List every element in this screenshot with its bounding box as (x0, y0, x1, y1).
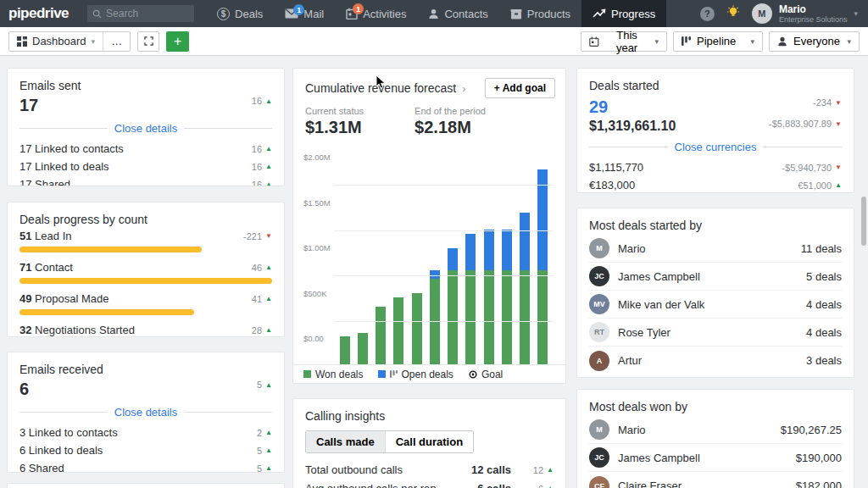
person-icon (777, 36, 787, 47)
forecast-plot (334, 180, 554, 367)
progress-bar (19, 278, 272, 284)
chevron-down-icon: ▾ (92, 37, 96, 46)
stage-row: 71 Contact 46▲ (8, 258, 284, 284)
dashboard-button-group: Dashboard ▾ … (8, 31, 131, 52)
won-deals-segment (376, 307, 386, 367)
pipeline-filter[interactable]: Pipeline ▾ (673, 31, 763, 52)
dollar-icon: $ (217, 8, 230, 20)
help-icon[interactable]: ? (700, 7, 715, 21)
emails-received-total: 6 (19, 380, 29, 399)
calendar-icon (589, 36, 599, 47)
owner-filter[interactable]: Everyone ▾ (769, 31, 860, 52)
pipeline-icon (390, 370, 398, 379)
up-arrow-icon: ▲ (265, 295, 272, 302)
nav-items: $ Deals 1 Mail 1 Activities Contacts (206, 0, 666, 27)
bar-may[interactable] (408, 293, 426, 367)
up-arrow-icon: ▲ (265, 97, 272, 105)
nav-item-progress[interactable]: Progress (581, 0, 666, 27)
stat-row: 3 Linked to contacts 2▲ (8, 424, 284, 441)
bar-jun[interactable] (426, 270, 443, 367)
down-arrow-icon: ▼ (265, 232, 272, 240)
won-deals-segment (393, 297, 403, 367)
y-tick-label: $500K (303, 289, 326, 298)
won-deals-segment (537, 270, 548, 367)
search-input[interactable] (106, 8, 182, 19)
panel-title: Cumulative revenue forecast (305, 81, 456, 95)
down-arrow-icon: ▼ (835, 120, 842, 128)
scrollbar-thumb[interactable] (861, 197, 866, 246)
deals-started-value: $1,319,661.10 (589, 119, 676, 134)
nav-item-products[interactable]: Products (499, 0, 581, 27)
nav-item-deals[interactable]: $ Deals (206, 0, 274, 27)
bar-nov[interactable] (516, 213, 534, 367)
close-details-link[interactable]: Close details (114, 122, 177, 135)
emails-sent-total-delta: 16▲ (252, 96, 272, 106)
user-menu[interactable]: M Mario Enterprise Solutions ▾ (752, 3, 858, 24)
panel-title: Emails received (8, 352, 284, 376)
chevron-right-icon[interactable]: › (462, 82, 465, 95)
gridline (334, 275, 554, 276)
chevron-down-icon: ▾ (654, 37, 659, 46)
bar-mar[interactable] (372, 307, 390, 367)
trend-icon (593, 8, 606, 19)
up-arrow-icon: ▲ (265, 180, 272, 186)
box-icon (510, 8, 522, 19)
deals-started-value-delta: -$5,883,907.89▼ (769, 119, 842, 129)
dashboard-selector[interactable]: Dashboard ▾ (9, 32, 103, 51)
nav-item-activities[interactable]: 1 Activities (335, 0, 417, 27)
won-deals-segment (465, 270, 476, 367)
bar-sep[interactable] (480, 230, 498, 367)
open-deals-segment (448, 248, 458, 270)
tab-calls-made[interactable]: Calls made (306, 431, 385, 452)
chart-legend: Won deals Open deals Goal (293, 364, 565, 383)
up-arrow-icon: ▲ (265, 326, 272, 334)
most-deals-won-panel: Most deals won by M Mario$190,267.25 JC … (576, 389, 854, 488)
lightbulb-icon[interactable] (726, 5, 740, 23)
person-icon (428, 8, 439, 19)
more-button[interactable]: … (103, 32, 130, 51)
y-tick-label: $2.00M (303, 152, 331, 162)
bar-feb[interactable] (353, 333, 371, 367)
period-filter[interactable]: This year ▾ (581, 31, 667, 52)
up-arrow-icon: ▲ (835, 181, 842, 189)
avatar: JC (589, 447, 609, 468)
top-nav: pipedrive $ Deals 1 Mail 1 Activities (0, 0, 868, 27)
emails-received-total-delta: 5▲ (257, 380, 272, 390)
open-deals-segment (520, 213, 530, 270)
expand-button[interactable] (137, 31, 159, 52)
add-report-button[interactable]: + (166, 31, 189, 52)
add-goal-button[interactable]: + Add goal (485, 78, 555, 98)
legend-open-deals[interactable]: Open deals (378, 369, 453, 380)
person-row: A Artur3 deals (589, 347, 842, 374)
person-row: JC James Campbell$190,000 (589, 444, 842, 472)
open-deals-segment (484, 230, 494, 270)
nav-item-mail[interactable]: 1 Mail (274, 0, 335, 27)
panel-title: Deals progress by count (8, 202, 284, 226)
gridline (334, 185, 554, 186)
bar-oct[interactable] (498, 230, 515, 367)
bar-jul[interactable] (444, 248, 462, 367)
bar-apr[interactable] (390, 297, 408, 367)
bar-dec[interactable] (534, 169, 552, 367)
close-details-link[interactable]: Close details (114, 406, 177, 419)
panel-title: Emails sent (8, 69, 284, 92)
bar-aug[interactable] (462, 234, 480, 367)
emails-sent-total: 17 (19, 96, 38, 115)
down-arrow-icon: ▼ (835, 164, 842, 171)
y-tick-label: $0.00 (303, 334, 324, 343)
search-box[interactable] (87, 5, 194, 22)
person-row: M Mario$190,267.25 (589, 416, 842, 444)
close-currencies-link[interactable]: Close currencies (675, 141, 757, 153)
grid-icon (17, 36, 27, 47)
person-row: CF Claire Fraser$182,000 (589, 472, 842, 488)
person-row: MV Mike van der Valk4 deals (589, 291, 842, 319)
up-arrow-icon: ▲ (265, 381, 272, 389)
stat-row: Avg outbound calls per rep 6 calls 6▲ (293, 480, 565, 488)
legend-goal[interactable]: Goal (469, 369, 503, 380)
stat-row: 17 Linked to deals 16▲ (8, 158, 284, 175)
legend-won-deals[interactable]: Won deals (303, 369, 363, 380)
open-deals-segment (502, 230, 512, 270)
tab-call-duration[interactable]: Call duration (385, 431, 473, 452)
nav-item-contacts[interactable]: Contacts (417, 0, 498, 27)
bar-jan[interactable] (336, 336, 353, 367)
